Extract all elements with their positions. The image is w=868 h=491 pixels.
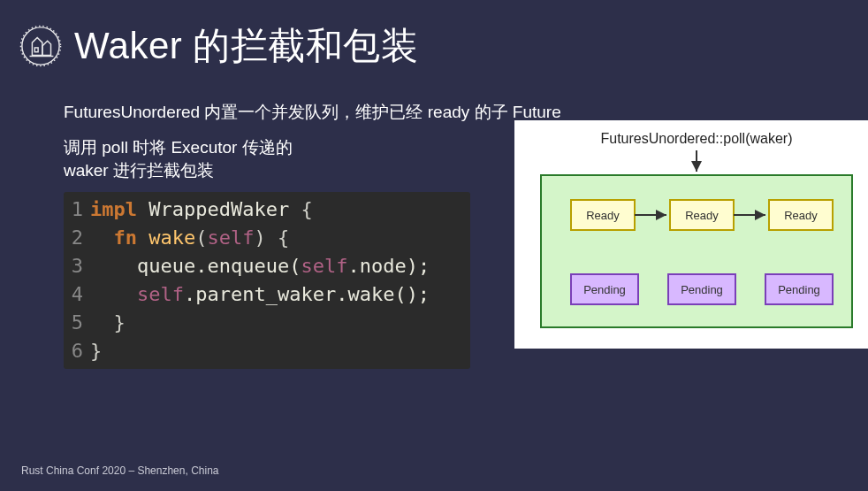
left-column: 调用 poll 时将 Executor 传递的 waker 进行拦截包装 1 i…: [64, 136, 470, 369]
svg-text:Pending: Pending: [681, 283, 723, 296]
code-block: 1 impl WrappedWaker { 2 fn wake(self) { …: [64, 192, 470, 368]
futures-unordered-diagram-icon: Ready Ready Ready Pending Pending Pendin…: [529, 149, 864, 334]
svg-text:Ready: Ready: [586, 209, 620, 222]
code-line: 6 }: [64, 337, 470, 365]
svg-text:Ready: Ready: [784, 209, 818, 222]
slide-title: Waker 的拦截和包装: [74, 21, 418, 71]
svg-rect-3: [34, 48, 38, 52]
code-line: 5 }: [64, 309, 470, 337]
slide-footer: Rust China Conf 2020 – Shenzhen, China: [21, 464, 218, 477]
slide-content: FuturesUnordered 内置一个并发队列，维护已经 ready 的子 …: [0, 71, 868, 369]
svg-point-1: [20, 26, 60, 65]
code-line: 1 impl WrappedWaker {: [64, 196, 470, 224]
code-line: 3 queue.enqueue(self.node);: [64, 252, 470, 280]
conference-logo-icon: [19, 25, 62, 67]
diagram-title: FuturesUnordered::poll(waker): [529, 131, 864, 147]
svg-text:Pending: Pending: [778, 283, 820, 296]
slide-header: Waker 的拦截和包装: [0, 0, 868, 71]
code-line: 2 fn wake(self) {: [64, 224, 470, 252]
svg-point-0: [22, 27, 59, 65]
description-line-2: 调用 poll 时将 Executor 传递的 waker 进行拦截包装: [64, 136, 470, 181]
diagram-panel: FuturesUnordered::poll(waker) Ready Read…: [514, 120, 868, 349]
svg-text:Ready: Ready: [685, 209, 719, 222]
svg-text:Pending: Pending: [583, 283, 626, 296]
code-line: 4 self.parent_waker.wake();: [64, 280, 470, 309]
